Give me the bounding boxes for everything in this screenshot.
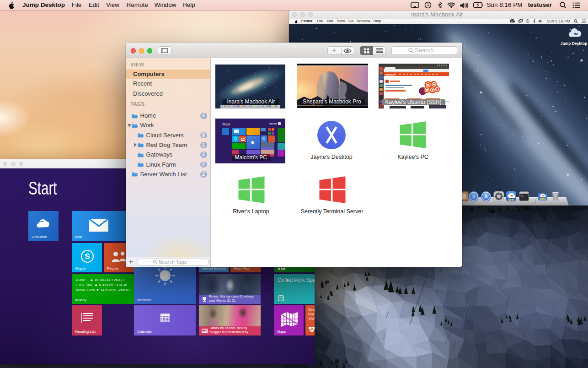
svg-text:BETA: BETA (540, 198, 546, 200)
svg-text:>_: >_ (520, 194, 524, 197)
svg-text:♪: ♪ (472, 193, 476, 200)
svg-text:BETA: BETA (508, 199, 515, 201)
svg-text:S: S (85, 252, 90, 261)
svg-text:A: A (484, 194, 488, 199)
